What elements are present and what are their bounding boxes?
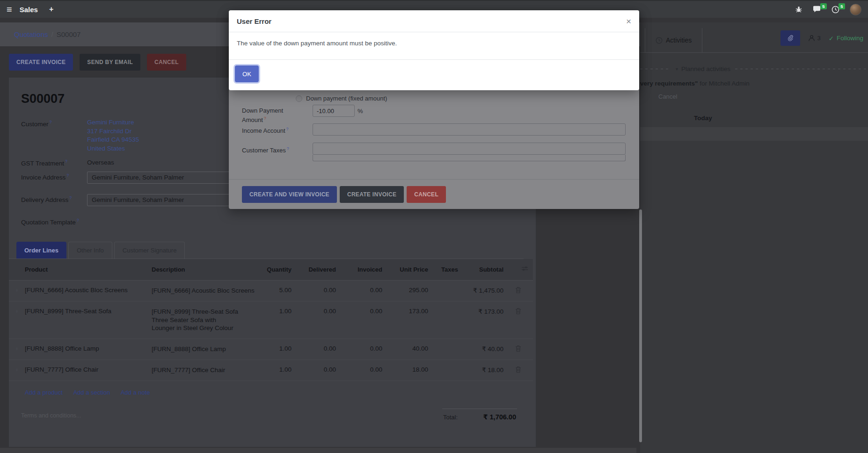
activity-cancel-button[interactable]: Cancel (658, 93, 677, 100)
cell-unit-price[interactable]: 173.00 (382, 302, 428, 339)
drag-handle-icon[interactable]: ▲▼ (9, 360, 25, 381)
down-payment-fixed-option[interactable]: Down payment (fixed amount) (296, 95, 387, 102)
cell-taxes[interactable] (428, 360, 465, 381)
col-subtotal[interactable]: Subtotal (465, 259, 503, 280)
app-name[interactable]: Sales (20, 6, 38, 14)
col-product[interactable]: Product (25, 259, 152, 280)
close-icon[interactable]: × (626, 17, 631, 26)
cell-quantity[interactable]: 1.00 (259, 338, 292, 360)
cell-delivered[interactable]: 0.00 (292, 302, 336, 339)
add-a-note-link[interactable]: Add a note (121, 389, 150, 396)
ok-button[interactable]: OK (235, 65, 259, 82)
message-row-highlight[interactable] (640, 127, 868, 141)
taxes-tags-area[interactable] (313, 155, 626, 161)
chatter-scrollbar[interactable] (639, 209, 642, 442)
customer-city: Fairfield CA 94535 (87, 136, 139, 144)
table-add-links: Add a product Add a section Add a note (9, 381, 536, 405)
cell-subtotal: ₹ 18.00 (465, 360, 503, 381)
help-icon: ? (65, 159, 67, 164)
notebook-tabs: Order Lines Other Info Customer Signatur… (16, 241, 524, 259)
cell-invoiced: 0.00 (336, 360, 382, 381)
table-row[interactable]: ▲▼ [FURN_7777] Office Chair [FURN_7777] … (9, 360, 533, 381)
cell-description[interactable]: [FURN_8999] Three-Seat Sofa Three Seater… (152, 302, 259, 339)
customer-name-link[interactable]: Gemini Furniture (87, 118, 139, 127)
drag-handle-icon[interactable]: ▲▼ (9, 302, 25, 339)
income-account-input[interactable] (313, 123, 626, 136)
table-row[interactable]: ▲▼ [FURN_6666] Acoustic Bloc Screens [FU… (9, 280, 533, 302)
optional-columns-icon[interactable] (503, 259, 533, 280)
delete-row-icon[interactable] (503, 280, 533, 302)
tab-customer-signature[interactable]: Customer Signature (114, 242, 185, 259)
debug-bug-icon[interactable] (795, 6, 802, 13)
delete-row-icon[interactable] (503, 338, 533, 360)
terms-placeholder[interactable]: Terms and conditions... (21, 409, 81, 421)
check-icon: ✓ (829, 35, 834, 42)
cell-quantity[interactable]: 5.00 (259, 280, 292, 302)
cell-description[interactable]: [FURN_7777] Office Chair (152, 360, 259, 381)
new-tab-icon[interactable]: + (49, 5, 53, 14)
delivery-address-input[interactable] (87, 194, 242, 206)
cancel-order-button[interactable]: CANCEL (147, 54, 186, 71)
help-icon: ? (69, 195, 72, 200)
activities-clock-icon[interactable]: 5 (832, 6, 839, 14)
cell-product[interactable]: [FURN_8999] Three-Seat Sofa (25, 302, 152, 339)
cell-delivered: 0.00 (292, 280, 336, 302)
breadcrumb-separator: / (51, 30, 53, 38)
drag-handle-icon[interactable]: ▲▼ (9, 338, 25, 360)
drag-handle-icon[interactable]: ▲▼ (9, 280, 25, 302)
cell-invoiced[interactable]: 0.00 (336, 302, 382, 339)
col-delivered[interactable]: Delivered (292, 259, 336, 280)
table-row[interactable]: ▲▼ [FURN_8999] Three-Seat Sofa [FURN_899… (9, 302, 533, 339)
create-invoice-button[interactable]: CREATE INVOICE (9, 54, 73, 71)
create-and-view-invoice-button[interactable]: CREATE AND VIEW INVOICE (242, 186, 337, 203)
add-a-product-link[interactable]: Add a product (25, 389, 63, 396)
help-icon: ? (286, 127, 289, 131)
attach-files-button[interactable] (780, 30, 800, 46)
tab-other-info[interactable]: Other Info (68, 242, 112, 259)
add-a-section-link[interactable]: Add a section (73, 389, 110, 396)
cell-description[interactable]: [FURN_6666] Acoustic Bloc Screens (152, 280, 259, 302)
cell-description[interactable]: [FURN_8888] Office Lamp (152, 338, 259, 360)
cell-product[interactable]: [FURN_6666] Acoustic Bloc Screens (25, 280, 152, 302)
delete-row-icon[interactable] (503, 360, 533, 381)
delete-row-icon[interactable] (503, 302, 533, 339)
apps-menu-icon[interactable]: ≡ (7, 5, 12, 14)
col-invoiced[interactable]: Invoiced (336, 259, 382, 280)
cell-quantity[interactable]: 1.00 (259, 360, 292, 381)
invoice-address-input[interactable] (87, 172, 242, 184)
cancel-dialog-button[interactable]: CANCEL (407, 186, 446, 203)
down-payment-amount-input[interactable] (313, 105, 355, 117)
col-unit-price[interactable]: Unit Price (382, 259, 428, 280)
help-icon: ? (287, 146, 289, 151)
cell-taxes[interactable] (428, 302, 465, 339)
following-button[interactable]: ✓ Following (829, 35, 863, 42)
horizontal-scrollbar[interactable] (0, 448, 636, 453)
tab-order-lines[interactable]: Order Lines (16, 242, 66, 259)
invoice-address-label: Invoice Address? (21, 172, 87, 184)
user-avatar[interactable] (850, 4, 861, 15)
customer-taxes-input[interactable] (313, 143, 626, 155)
breadcrumb-quotations[interactable]: Quotations (14, 30, 48, 38)
cell-taxes[interactable] (428, 338, 465, 360)
col-description[interactable]: Description (152, 259, 259, 280)
radio-icon[interactable] (296, 95, 302, 102)
cell-unit-price[interactable]: 18.00 (382, 360, 428, 381)
col-quantity[interactable]: Quantity (259, 259, 292, 280)
followers-button[interactable]: 3 (808, 35, 820, 42)
planned-activities-toggle[interactable]: ▾ Planned activities (671, 65, 735, 72)
activities-badge: 5 (839, 3, 845, 9)
cell-product[interactable]: [FURN_8888] Office Lamp (25, 338, 152, 360)
table-row[interactable]: ▲▼ [FURN_8888] Office Lamp [FURN_8888] O… (9, 338, 533, 360)
cell-unit-price[interactable]: 295.00 (382, 280, 428, 302)
create-invoice-dialog-button[interactable]: CREATE INVOICE (340, 186, 404, 203)
cell-quantity[interactable]: 1.00 (259, 302, 292, 339)
income-account-label: Income Account? (242, 125, 303, 135)
cell-product[interactable]: [FURN_7777] Office Chair (25, 360, 152, 381)
tab-activities[interactable]: Activities (645, 28, 702, 52)
cell-taxes[interactable] (428, 280, 465, 302)
customer-taxes-label: Customer Taxes? (242, 145, 303, 154)
messages-icon[interactable]: 5 (813, 6, 821, 13)
cell-unit-price[interactable]: 40.00 (382, 338, 428, 360)
send-by-email-button[interactable]: SEND BY EMAIL (80, 54, 140, 71)
col-taxes[interactable]: Taxes (428, 259, 465, 280)
